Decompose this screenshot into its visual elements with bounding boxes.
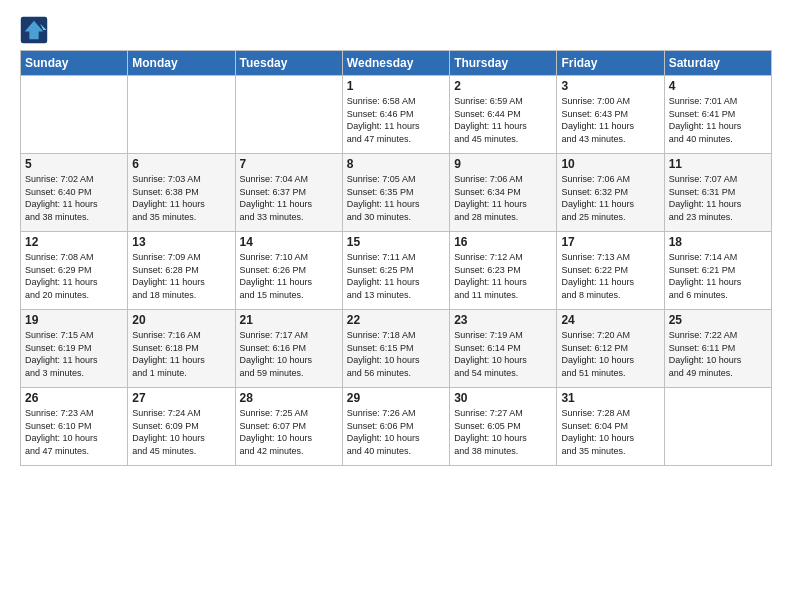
day-number-6: 6	[132, 157, 230, 171]
day-number-8: 8	[347, 157, 445, 171]
day-info-27: Sunrise: 7:24 AM Sunset: 6:09 PM Dayligh…	[132, 407, 230, 457]
day-info-7: Sunrise: 7:04 AM Sunset: 6:37 PM Dayligh…	[240, 173, 338, 223]
day-info-16: Sunrise: 7:12 AM Sunset: 6:23 PM Dayligh…	[454, 251, 552, 301]
day-number-7: 7	[240, 157, 338, 171]
day-cell-15: 15Sunrise: 7:11 AM Sunset: 6:25 PM Dayli…	[342, 232, 449, 310]
day-cell-6: 6Sunrise: 7:03 AM Sunset: 6:38 PM Daylig…	[128, 154, 235, 232]
day-info-4: Sunrise: 7:01 AM Sunset: 6:41 PM Dayligh…	[669, 95, 767, 145]
day-info-29: Sunrise: 7:26 AM Sunset: 6:06 PM Dayligh…	[347, 407, 445, 457]
day-number-1: 1	[347, 79, 445, 93]
weekday-header-sunday: Sunday	[21, 51, 128, 76]
weekday-header-tuesday: Tuesday	[235, 51, 342, 76]
day-cell-14: 14Sunrise: 7:10 AM Sunset: 6:26 PM Dayli…	[235, 232, 342, 310]
day-cell-25: 25Sunrise: 7:22 AM Sunset: 6:11 PM Dayli…	[664, 310, 771, 388]
day-cell-20: 20Sunrise: 7:16 AM Sunset: 6:18 PM Dayli…	[128, 310, 235, 388]
day-number-13: 13	[132, 235, 230, 249]
day-number-9: 9	[454, 157, 552, 171]
day-cell-10: 10Sunrise: 7:06 AM Sunset: 6:32 PM Dayli…	[557, 154, 664, 232]
day-cell-5: 5Sunrise: 7:02 AM Sunset: 6:40 PM Daylig…	[21, 154, 128, 232]
day-info-14: Sunrise: 7:10 AM Sunset: 6:26 PM Dayligh…	[240, 251, 338, 301]
day-number-31: 31	[561, 391, 659, 405]
day-cell-13: 13Sunrise: 7:09 AM Sunset: 6:28 PM Dayli…	[128, 232, 235, 310]
day-number-27: 27	[132, 391, 230, 405]
empty-cell	[664, 388, 771, 466]
day-cell-9: 9Sunrise: 7:06 AM Sunset: 6:34 PM Daylig…	[450, 154, 557, 232]
day-info-22: Sunrise: 7:18 AM Sunset: 6:15 PM Dayligh…	[347, 329, 445, 379]
day-cell-18: 18Sunrise: 7:14 AM Sunset: 6:21 PM Dayli…	[664, 232, 771, 310]
header	[20, 16, 772, 44]
day-info-24: Sunrise: 7:20 AM Sunset: 6:12 PM Dayligh…	[561, 329, 659, 379]
day-info-26: Sunrise: 7:23 AM Sunset: 6:10 PM Dayligh…	[25, 407, 123, 457]
day-cell-21: 21Sunrise: 7:17 AM Sunset: 6:16 PM Dayli…	[235, 310, 342, 388]
empty-cell	[21, 76, 128, 154]
day-number-17: 17	[561, 235, 659, 249]
day-info-11: Sunrise: 7:07 AM Sunset: 6:31 PM Dayligh…	[669, 173, 767, 223]
day-info-5: Sunrise: 7:02 AM Sunset: 6:40 PM Dayligh…	[25, 173, 123, 223]
day-number-28: 28	[240, 391, 338, 405]
day-number-4: 4	[669, 79, 767, 93]
day-info-9: Sunrise: 7:06 AM Sunset: 6:34 PM Dayligh…	[454, 173, 552, 223]
day-cell-19: 19Sunrise: 7:15 AM Sunset: 6:19 PM Dayli…	[21, 310, 128, 388]
day-number-21: 21	[240, 313, 338, 327]
day-number-2: 2	[454, 79, 552, 93]
day-cell-11: 11Sunrise: 7:07 AM Sunset: 6:31 PM Dayli…	[664, 154, 771, 232]
day-cell-27: 27Sunrise: 7:24 AM Sunset: 6:09 PM Dayli…	[128, 388, 235, 466]
day-info-3: Sunrise: 7:00 AM Sunset: 6:43 PM Dayligh…	[561, 95, 659, 145]
day-cell-3: 3Sunrise: 7:00 AM Sunset: 6:43 PM Daylig…	[557, 76, 664, 154]
weekday-header-row: SundayMondayTuesdayWednesdayThursdayFrid…	[21, 51, 772, 76]
weekday-header-saturday: Saturday	[664, 51, 771, 76]
day-cell-8: 8Sunrise: 7:05 AM Sunset: 6:35 PM Daylig…	[342, 154, 449, 232]
weekday-header-friday: Friday	[557, 51, 664, 76]
day-info-21: Sunrise: 7:17 AM Sunset: 6:16 PM Dayligh…	[240, 329, 338, 379]
day-cell-23: 23Sunrise: 7:19 AM Sunset: 6:14 PM Dayli…	[450, 310, 557, 388]
day-info-23: Sunrise: 7:19 AM Sunset: 6:14 PM Dayligh…	[454, 329, 552, 379]
day-number-11: 11	[669, 157, 767, 171]
day-cell-24: 24Sunrise: 7:20 AM Sunset: 6:12 PM Dayli…	[557, 310, 664, 388]
day-number-26: 26	[25, 391, 123, 405]
day-number-24: 24	[561, 313, 659, 327]
day-info-20: Sunrise: 7:16 AM Sunset: 6:18 PM Dayligh…	[132, 329, 230, 379]
day-cell-29: 29Sunrise: 7:26 AM Sunset: 6:06 PM Dayli…	[342, 388, 449, 466]
day-number-18: 18	[669, 235, 767, 249]
week-row-4: 19Sunrise: 7:15 AM Sunset: 6:19 PM Dayli…	[21, 310, 772, 388]
day-cell-30: 30Sunrise: 7:27 AM Sunset: 6:05 PM Dayli…	[450, 388, 557, 466]
week-row-5: 26Sunrise: 7:23 AM Sunset: 6:10 PM Dayli…	[21, 388, 772, 466]
day-info-30: Sunrise: 7:27 AM Sunset: 6:05 PM Dayligh…	[454, 407, 552, 457]
empty-cell	[128, 76, 235, 154]
day-number-30: 30	[454, 391, 552, 405]
day-info-31: Sunrise: 7:28 AM Sunset: 6:04 PM Dayligh…	[561, 407, 659, 457]
calendar-table: SundayMondayTuesdayWednesdayThursdayFrid…	[20, 50, 772, 466]
page-container: SundayMondayTuesdayWednesdayThursdayFrid…	[0, 0, 792, 476]
day-info-19: Sunrise: 7:15 AM Sunset: 6:19 PM Dayligh…	[25, 329, 123, 379]
day-info-17: Sunrise: 7:13 AM Sunset: 6:22 PM Dayligh…	[561, 251, 659, 301]
day-number-16: 16	[454, 235, 552, 249]
day-cell-31: 31Sunrise: 7:28 AM Sunset: 6:04 PM Dayli…	[557, 388, 664, 466]
day-info-8: Sunrise: 7:05 AM Sunset: 6:35 PM Dayligh…	[347, 173, 445, 223]
day-number-22: 22	[347, 313, 445, 327]
day-info-25: Sunrise: 7:22 AM Sunset: 6:11 PM Dayligh…	[669, 329, 767, 379]
week-row-2: 5Sunrise: 7:02 AM Sunset: 6:40 PM Daylig…	[21, 154, 772, 232]
day-cell-16: 16Sunrise: 7:12 AM Sunset: 6:23 PM Dayli…	[450, 232, 557, 310]
day-number-15: 15	[347, 235, 445, 249]
day-number-25: 25	[669, 313, 767, 327]
weekday-header-wednesday: Wednesday	[342, 51, 449, 76]
day-cell-17: 17Sunrise: 7:13 AM Sunset: 6:22 PM Dayli…	[557, 232, 664, 310]
day-cell-12: 12Sunrise: 7:08 AM Sunset: 6:29 PM Dayli…	[21, 232, 128, 310]
day-number-12: 12	[25, 235, 123, 249]
week-row-3: 12Sunrise: 7:08 AM Sunset: 6:29 PM Dayli…	[21, 232, 772, 310]
day-cell-4: 4Sunrise: 7:01 AM Sunset: 6:41 PM Daylig…	[664, 76, 771, 154]
day-cell-2: 2Sunrise: 6:59 AM Sunset: 6:44 PM Daylig…	[450, 76, 557, 154]
day-number-5: 5	[25, 157, 123, 171]
day-info-18: Sunrise: 7:14 AM Sunset: 6:21 PM Dayligh…	[669, 251, 767, 301]
week-row-1: 1Sunrise: 6:58 AM Sunset: 6:46 PM Daylig…	[21, 76, 772, 154]
weekday-header-thursday: Thursday	[450, 51, 557, 76]
day-number-19: 19	[25, 313, 123, 327]
day-number-23: 23	[454, 313, 552, 327]
day-info-6: Sunrise: 7:03 AM Sunset: 6:38 PM Dayligh…	[132, 173, 230, 223]
day-number-20: 20	[132, 313, 230, 327]
day-info-15: Sunrise: 7:11 AM Sunset: 6:25 PM Dayligh…	[347, 251, 445, 301]
empty-cell	[235, 76, 342, 154]
day-number-14: 14	[240, 235, 338, 249]
day-cell-28: 28Sunrise: 7:25 AM Sunset: 6:07 PM Dayli…	[235, 388, 342, 466]
weekday-header-monday: Monday	[128, 51, 235, 76]
